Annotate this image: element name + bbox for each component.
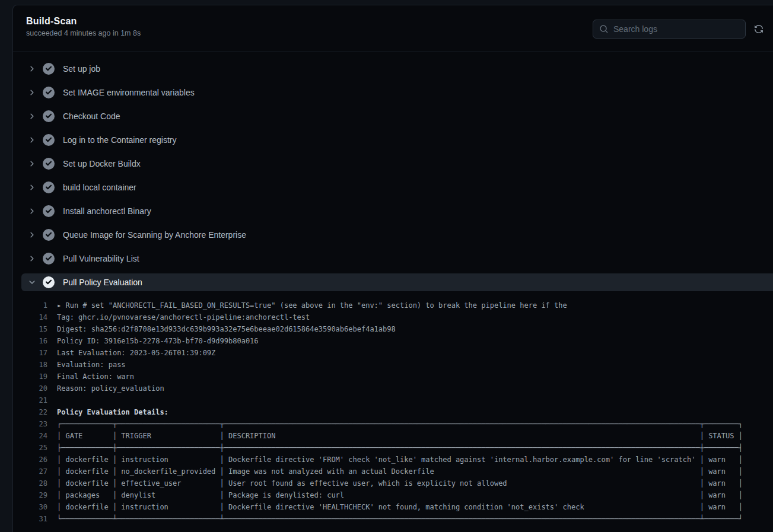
step-row-set-image-environmental-variables[interactable]: Set IMAGE environmental variables (13, 81, 773, 104)
log-line[interactable]: 16Policy ID: 3916e15b-2278-473b-bf70-d9d… (13, 335, 773, 347)
step-row-set-up-job[interactable]: Set up job (13, 57, 773, 81)
log-line-number[interactable]: 16 (13, 335, 47, 347)
job-log-panel: Build-Scan succeeded 4 minutes ago in 1m… (12, 5, 773, 532)
log-line-number[interactable]: 25 (13, 442, 47, 454)
log-line[interactable]: 24│ GATE │ TRIGGER │ DESCRIPTION │ STATU… (13, 430, 773, 442)
log-line-text: Final Action: warn (57, 371, 134, 383)
log-line-number[interactable]: 23 (13, 418, 47, 430)
chevron-right-icon[interactable] (28, 208, 36, 215)
log-line-text: │ dockerfile │ instruction │ Dockerfile … (57, 501, 743, 513)
chevron-right-icon[interactable] (28, 255, 36, 262)
success-check-icon (43, 229, 55, 241)
log-line[interactable]: 17Last Evaluation: 2023-05-26T01:39:09Z (13, 347, 773, 359)
log-line[interactable]: 15Digest: sha256:d2f8708e13d933dc639b993… (13, 323, 773, 335)
log-line-number[interactable]: 29 (13, 489, 47, 501)
success-check-icon (43, 63, 55, 75)
log-line-number[interactable]: 28 (13, 477, 47, 489)
log-line[interactable]: 1▸ Run # set "ANCHORECTL_FAIL_BASED_ON_R… (13, 300, 773, 311)
log-line-text: │ dockerfile │ no_dockerfile_provided │ … (57, 466, 743, 477)
log-line[interactable]: 26│ dockerfile │ instruction │ Dockerfil… (13, 454, 773, 466)
step-label: Install anchorectl Binary (63, 206, 151, 216)
log-line-text: │ dockerfile │ instruction │ Dockerfile … (57, 454, 743, 466)
refresh-logs-button[interactable] (753, 23, 765, 35)
chevron-right-icon[interactable] (28, 65, 36, 72)
log-line-text: Policy ID: 3916e15b-2278-473b-bf70-d9d99… (57, 335, 259, 347)
log-lines: 1▸ Run # set "ANCHORECTL_FAIL_BASED_ON_R… (13, 294, 773, 525)
chevron-right-icon[interactable] (28, 136, 36, 144)
success-check-icon (43, 134, 55, 146)
log-line-text: Last Evaluation: 2023-05-26T01:39:09Z (57, 347, 215, 359)
log-line-text: └────────────┴────────────────────────┴─… (57, 513, 743, 525)
step-label: Set up Docker Buildx (63, 159, 141, 168)
log-line-text: ▸ Run # set "ANCHORECTL_FAIL_BASED_ON_RE… (57, 300, 567, 311)
step-label: Set up job (63, 64, 100, 74)
steps-list: Set up jobSet IMAGE environmental variab… (13, 52, 773, 291)
success-check-icon (43, 181, 55, 193)
step-label: build local container (63, 183, 136, 192)
log-line-number[interactable]: 20 (13, 383, 47, 394)
log-line[interactable]: 31└────────────┴────────────────────────… (13, 513, 773, 525)
success-check-icon (43, 87, 55, 98)
log-line-number[interactable]: 22 (13, 406, 47, 418)
job-header: Build-Scan succeeded 4 minutes ago in 1m… (13, 5, 773, 52)
step-row-build-local-container[interactable]: build local container (13, 176, 773, 199)
log-line[interactable]: 25├────────────┼────────────────────────… (13, 442, 773, 454)
log-line-number[interactable]: 1 (13, 300, 47, 311)
log-line-number[interactable]: 24 (13, 430, 47, 442)
log-line-number[interactable]: 18 (13, 359, 47, 371)
step-row-log-in-to-the-container-registry[interactable]: Log in to the Container registry (13, 128, 773, 152)
step-label: Pull Vulnerability List (63, 254, 139, 263)
search-logs-input[interactable] (612, 24, 745, 34)
step-row-pull-vulnerability-list[interactable]: Pull Vulnerability List (13, 247, 773, 270)
log-line-text: ├────────────┼────────────────────────┼─… (57, 442, 743, 454)
chevron-right-icon[interactable] (28, 89, 36, 96)
chevron-right-icon[interactable] (28, 160, 36, 167)
success-check-icon (43, 205, 55, 217)
log-line-number[interactable]: 21 (13, 394, 47, 406)
step-row-install-anchorectl-binary[interactable]: Install anchorectl Binary (13, 199, 773, 223)
log-line[interactable]: 19Final Action: warn (13, 371, 773, 383)
step-row-pull-policy-evaluation[interactable]: Pull Policy Evaluation (21, 273, 773, 291)
log-line[interactable]: 23┌────────────┬────────────────────────… (13, 418, 773, 430)
chevron-right-icon[interactable] (28, 184, 36, 191)
log-line[interactable]: 28│ dockerfile │ effective_user │ User r… (13, 477, 773, 489)
log-line-text: Policy Evaluation Details: (57, 406, 168, 418)
step-label: Set IMAGE environmental variables (63, 88, 195, 97)
step-label: Log in to the Container registry (63, 135, 176, 145)
log-line-number[interactable]: 15 (13, 323, 47, 335)
success-check-icon (43, 276, 55, 288)
step-row-queue-image-for-scanning-by-anchore-enterprise[interactable]: Queue Image for Scanning by Anchore Ente… (13, 223, 773, 247)
log-line-text: │ packages │ denylist │ Package is denyl… (57, 489, 743, 501)
step-row-set-up-docker-buildx[interactable]: Set up Docker Buildx (13, 152, 773, 176)
log-line[interactable]: 14Tag: ghcr.io/pvnovarese/anchorectl-pip… (13, 311, 773, 323)
success-check-icon (43, 110, 55, 122)
log-line-number[interactable]: 14 (13, 311, 47, 323)
chevron-down-icon[interactable] (28, 279, 36, 286)
chevron-right-icon[interactable] (28, 231, 36, 238)
log-line-text: │ GATE │ TRIGGER │ DESCRIPTION │ STATUS … (57, 430, 743, 442)
log-line[interactable]: 20Reason: policy_evaluation (13, 383, 773, 394)
log-line-number[interactable]: 26 (13, 454, 47, 466)
log-line[interactable]: 21 (13, 394, 773, 406)
chevron-right-icon[interactable] (28, 113, 36, 120)
log-line-text: Reason: policy_evaluation (57, 383, 164, 394)
log-line-number[interactable]: 30 (13, 501, 47, 513)
log-line[interactable]: 18Evaluation: pass (13, 359, 773, 371)
log-line-number[interactable]: 17 (13, 347, 47, 359)
log-line[interactable]: 30│ dockerfile │ instruction │ Dockerfil… (13, 501, 773, 513)
step-row-checkout-code[interactable]: Checkout Code (13, 104, 773, 128)
search-icon (599, 24, 609, 34)
step-label: Pull Policy Evaluation (63, 278, 142, 287)
log-line-number[interactable]: 31 (13, 513, 47, 525)
log-line[interactable]: 29│ packages │ denylist │ Package is den… (13, 489, 773, 501)
log-line-text: │ dockerfile │ effective_user │ User roo… (57, 477, 743, 489)
log-line-number[interactable]: 27 (13, 466, 47, 477)
refresh-icon (754, 24, 764, 34)
log-line-text: ┌────────────┬────────────────────────┬─… (57, 418, 743, 430)
log-line-number[interactable]: 19 (13, 371, 47, 383)
log-line[interactable]: 27│ dockerfile │ no_dockerfile_provided … (13, 466, 773, 477)
search-logs-box[interactable] (593, 20, 746, 39)
step-label: Checkout Code (63, 112, 120, 121)
header-actions (593, 20, 765, 39)
log-line[interactable]: 22Policy Evaluation Details: (13, 406, 773, 418)
